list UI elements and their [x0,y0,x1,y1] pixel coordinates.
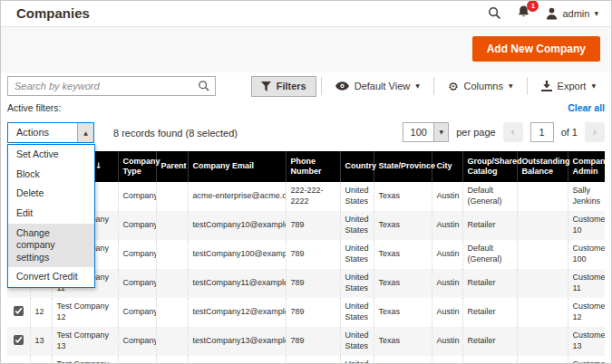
cell-country: United States [340,240,374,269]
column-header-state-province[interactable]: State/Province [374,151,432,182]
table-row: 10Test Company 10CompanytestCompany10@ex… [7,211,605,240]
cell-phone: 222-222-2222 [286,182,340,211]
cell-parent [156,269,188,298]
search-icon[interactable] [488,6,501,20]
actions-dropdown-menu: Set ActiveBlockDeleteEditChange company … [7,144,95,288]
cell-balance [517,182,568,211]
actions-menu-item-edit[interactable]: Edit [8,204,94,224]
cell-city: Austin [432,327,462,356]
columns-label: Columns [464,81,503,91]
cell-phone: 789 [286,211,340,240]
clear-all-link[interactable]: Clear all [568,102,605,113]
cell-catalog: Default (General) [462,182,517,211]
toolbar-buttons: Filters Default View ▼ ⚙ Columns ▼ Expor… [251,75,605,97]
column-label: Parent [161,161,187,170]
pagination: 100 ▼ per page ‹ of 1 › [403,122,605,142]
column-label: State/Province [379,161,436,170]
keyword-search-box [7,76,216,96]
cell-catalog: Retailer [462,211,517,240]
previous-page-button[interactable]: ‹ [503,122,523,142]
cell-country: United States [340,327,374,356]
toolbar-divider [527,77,528,95]
actions-menu-item-delete[interactable]: Delete [8,184,94,204]
eye-icon [335,81,349,91]
export-button[interactable]: Export ▼ [532,75,605,97]
cell-state: Texas [374,327,432,356]
caret-down-icon: ▼ [509,83,513,89]
cell-balance [517,211,568,240]
cell-state: Texas [374,356,432,363]
actions-menu-item-convert-credit[interactable]: Convert Credit [8,267,94,287]
active-filters-label: Active filters: [7,102,62,113]
toolbar-divider [433,77,434,95]
cell-balance [517,298,568,327]
row-checkbox[interactable] [14,306,24,316]
filters-button[interactable]: Filters [251,76,316,97]
page-of-label: of 1 [561,127,578,138]
cell-email: testCompany14@example.com [188,356,286,363]
actions-select-toggle[interactable]: ▲ [77,123,93,142]
cell-type: Company [118,211,156,240]
cell-type: Company [118,356,156,363]
cell-admin: Customer 13 [568,327,605,356]
filters-label: Filters [277,81,306,91]
per-page-select[interactable]: 100 ▼ [403,122,449,142]
cell-admin: Customer 11 [568,269,605,298]
column-label: Phone Number [291,157,322,176]
column-header-country[interactable]: Country [340,151,374,182]
per-page-toggle[interactable]: ▼ [433,123,448,141]
admin-account-menu[interactable]: admin ▼ [546,7,598,20]
grid-toolbar: Filters Default View ▼ ⚙ Columns ▼ Expor… [7,74,605,98]
cell-phone: 789 [286,269,340,298]
page-actions-band: Add New Company [0,27,612,72]
companies-table: IDCompany Name↓Company TypeParentCompany… [7,151,605,363]
actions-menu-item-change-company-settings[interactable]: Change company settings [8,224,94,268]
cell-state: Texas [374,240,432,269]
caret-down-icon: ▼ [439,129,443,135]
column-header-parent[interactable]: Parent [156,151,188,182]
cell-city: Austin [432,211,462,240]
page-header: Companies 1 admin ▼ [0,0,612,27]
column-label: Company Email [193,161,255,170]
column-header-company-type[interactable]: Company Type [118,151,156,182]
column-header-company-admin[interactable]: Company Admin [568,151,605,182]
cell-catalog: Retailer [462,327,517,356]
row-checkbox[interactable] [14,335,24,345]
cell-type: Company [118,298,156,327]
cell-admin: Customer 10 [568,211,605,240]
column-header-company-email[interactable]: Company Email [188,151,286,182]
column-header-phone-number[interactable]: Phone Number [286,151,340,182]
column-header-group-shared-catalog[interactable]: Group/Shared Catalog [462,151,517,182]
export-label: Export [558,81,587,91]
actions-select[interactable]: Actions ▲ [7,122,94,143]
table-row: 14Test Company 14CompanytestCompany14@ex… [7,356,605,363]
add-new-company-button[interactable]: Add New Company [472,36,600,62]
cell-parent [156,298,188,327]
column-header-city[interactable]: City [432,151,462,182]
next-page-button[interactable]: › [585,122,605,142]
default-view-button[interactable]: Default View ▼ [326,75,429,97]
search-submit-icon[interactable] [198,80,210,92]
actions-menu-item-block[interactable]: Block [8,165,94,185]
cell-admin: Sally Jenkins [568,182,605,211]
column-label: Country [345,161,377,170]
table-row: 11Test Company 11CompanytestCompany11@ex… [7,269,605,298]
cell-country: United States [340,182,374,211]
cell-email: acme-enterprise@acme.com [188,182,286,211]
notifications-bell-icon[interactable]: 1 [517,5,530,23]
page-title: Companies [16,5,90,21]
search-input[interactable] [8,81,198,91]
cell-id: 14 [30,356,52,363]
row-select-cell [7,327,30,356]
actions-select-label: Actions [8,123,77,142]
actions-menu-item-set-active[interactable]: Set Active [8,145,94,165]
columns-button[interactable]: ⚙ Columns ▼ [439,75,522,97]
cell-phone: 789 [286,298,340,327]
cell-country: United States [340,356,374,363]
page-number-input[interactable] [530,122,554,142]
cell-type: Company [118,327,156,356]
cell-email: testCompany12@example.com [188,298,286,327]
cell-state: Texas [374,298,432,327]
column-header-outstanding-balance[interactable]: Outstanding Balance [517,151,568,182]
cell-admin: Customer 14 [568,356,605,363]
